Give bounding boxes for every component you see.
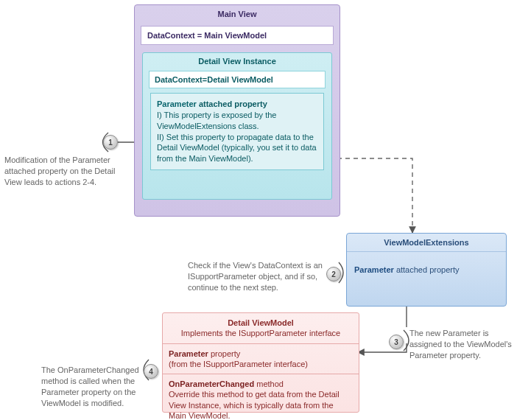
viewmodelextensions-box: ViewModelExtensions Parameter attached p… [346,233,507,307]
main-view-box: Main View DataContext = Main ViewModel D… [134,4,340,217]
vmext-parameter-line: Parameter attached property [354,265,499,274]
note-1: Modification of the Parameter attached p… [4,155,130,188]
dvm-subtitle: Implements the ISupportParameter interfa… [167,328,354,338]
parameter-attached-property-box: Parameter attached property I) This prop… [150,93,324,170]
note-4: The OnParameterChanged method is called … [41,365,165,408]
param-heading-bold: Parameter [157,99,197,108]
dvm-opc-note: Override this method to get data from th… [169,389,353,420]
detail-viewmodel-box: Detail ViewModel Implements the ISupport… [162,312,359,413]
detail-view-datacontext: DataContext=Detail ViewModel [149,71,326,88]
detail-view-box: Detail View Instance DataContext=Detail … [142,52,332,200]
step-badge-1: 1 [103,135,118,150]
step-badge-2: 2 [326,267,341,281]
param-desc-1: I) This property is exposed by the ViewM… [157,110,317,132]
dvm-opc-rest: method [254,379,284,388]
dvm-parameter-note: (from the ISupportParameter interface) [169,359,353,369]
vmext-param-rest: attached property [394,265,460,274]
dvm-title: Detail ViewModel [167,318,354,328]
vmext-title: ViewModelExtensions [347,234,506,252]
note-3: The new Parameter is assigned to the Vie… [409,328,513,361]
step-badge-3: 3 [389,335,404,349]
detail-view-title: Detail View Instance [143,53,331,68]
param-desc-2: II) Set this property to propagate data … [157,132,317,165]
param-heading-rest: attached property [197,99,267,108]
main-view-title: Main View [135,5,340,21]
vmext-param-bold: Parameter [354,265,394,274]
note-2: Check if the View's DataContext is an IS… [188,260,324,293]
dvm-parameter-bold: Parameter [169,349,208,358]
dvm-parameter-rest: property [208,349,240,358]
diagram-canvas: Main View DataContext = Main ViewModel D… [0,0,517,420]
main-view-datacontext: DataContext = Main ViewModel [141,26,334,45]
dvm-opc-bold: OnParameterChanged [169,379,254,388]
